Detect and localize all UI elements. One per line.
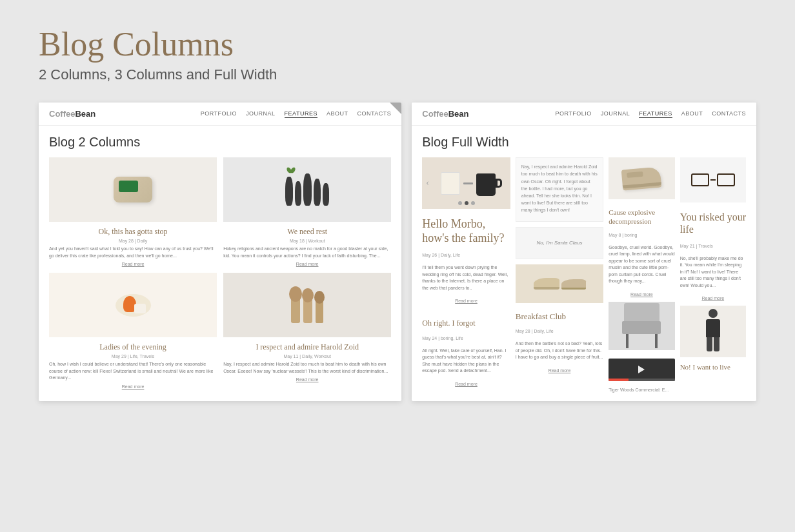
quote-card: No, I'm Santa Claus <box>516 227 604 259</box>
blog-card-4-text: Nay, I respect and admire Harold Zoid to… <box>223 361 391 375</box>
blog-card-1-readmore[interactable]: Read more <box>49 262 217 266</box>
shoe-title: Cause explosive decompression <box>609 208 674 226</box>
shoe-readmore[interactable]: Read more <box>609 292 674 297</box>
glasses-text: No, she'll probably make me do it. You m… <box>680 255 746 290</box>
glass-left <box>691 173 709 186</box>
slider-container: ‹ <box>422 157 510 212</box>
blog-card-1-title: Ok, this has gotta stop <box>49 227 217 237</box>
shoe-image <box>609 157 674 199</box>
nav-contacts[interactable]: CONTACTS <box>357 110 391 118</box>
glasses-bridge <box>710 179 716 181</box>
col1-post2-meta: May 24 | boring, Life <box>422 336 510 340</box>
person-image <box>680 306 746 357</box>
loafers-image <box>516 264 604 303</box>
person-leg-1 <box>707 337 712 351</box>
nav-portfolio[interactable]: PORTFOLIO <box>201 110 237 118</box>
right-nav-portfolio[interactable]: PORTFOLIO <box>555 110 591 118</box>
video-thumbnail[interactable] <box>609 359 674 381</box>
utensil-3 <box>316 292 323 323</box>
fw-col-2: Nay, I respect and admire Harold Zoid to… <box>516 157 604 392</box>
text-only-text: Nay, I respect and admire Harold Zoid to… <box>521 163 598 213</box>
right-panel-heading: Blog Full Width <box>422 135 746 150</box>
slider-dot-1 <box>458 201 462 205</box>
utensil-1 <box>291 288 300 323</box>
blog-card-4-meta: May 11 | Daily, Workout <box>223 354 391 359</box>
quote-text: No, I'm Santa Claus <box>537 240 583 246</box>
blog-card-4-readmore[interactable]: Read more <box>223 377 391 382</box>
glasses-meta: May 21 | Travels <box>680 244 746 248</box>
fw-main-grid: ‹ <box>422 157 746 392</box>
col1-post2-title: Oh right. I forgot <box>422 319 510 329</box>
nav-about[interactable]: ABOUT <box>327 110 348 118</box>
nav-features[interactable]: FEATURES <box>285 110 317 118</box>
shoe-illustration <box>621 166 662 190</box>
glasses-readmore[interactable]: Read more <box>680 296 746 300</box>
slider-text: I'll tell them you went down prying the … <box>422 264 510 291</box>
right-nav-journal[interactable]: JOURNAL <box>601 110 630 118</box>
notebook-illustration <box>441 172 473 195</box>
slider-meta: May 26 | Daily, Life <box>422 253 510 257</box>
right-nav-features[interactable]: FEATURES <box>639 110 672 118</box>
breakfast-text: And then the battle's not so bad? Yeah, … <box>516 340 604 361</box>
blog-card-3-readmore[interactable]: Read more <box>49 384 217 389</box>
right-nav-contacts[interactable]: CONTACTS <box>712 110 746 118</box>
fw-col-4: You risked your life May 21 | Travels No… <box>680 157 746 392</box>
spacer <box>422 308 510 313</box>
slider-title: Hello Morbo, how's the family? <box>422 217 510 245</box>
left-panel-nav: CoffeeBean PORTFOLIO JOURNAL FEATURES AB… <box>39 103 401 126</box>
fw-col-3: Cause explosive decompression May 8 | bo… <box>609 157 674 392</box>
left-panel-heading: Blog 2 Columns <box>49 135 391 150</box>
slider-dots <box>458 201 475 205</box>
right-panel: CoffeeBean PORTFOLIO JOURNAL FEATURES AB… <box>412 103 756 401</box>
blog-card-4-title: I respect and admire Harold Zoid <box>223 342 391 352</box>
food-white <box>134 304 146 313</box>
slider-readmore[interactable]: Read more <box>422 299 510 303</box>
blog-card-2-text: Hokey religions and ancient weapons are … <box>223 246 391 259</box>
breakfast-title: Breakfast Club <box>516 311 604 322</box>
person-illustration <box>697 309 729 354</box>
chair-leg-1 <box>626 334 629 348</box>
pen <box>463 182 473 184</box>
blog-card-2-title: We need rest <box>223 227 391 237</box>
blog-card-3-img <box>49 273 217 337</box>
person-leg-2 <box>714 337 720 351</box>
utensil-2 <box>303 290 312 323</box>
right-nav-links: PORTFOLIO JOURNAL FEATURES ABOUT CONTACT… <box>555 110 746 118</box>
person-legs <box>697 337 729 351</box>
slider-content <box>441 172 492 195</box>
blog-card-3-meta: May 29 | Life, Travels <box>49 354 217 359</box>
left-panel-content: Blog 2 Columns Ok, this has gotta stop <box>39 126 401 398</box>
page-wrapper: Blog Columns 2 Columns, 3 Columns and Fu… <box>0 0 795 532</box>
blog-card-4: I respect and admire Harold Zoid May 11 … <box>223 273 391 389</box>
right-nav-about[interactable]: ABOUT <box>681 110 703 118</box>
nav-corner-decoration <box>390 103 401 114</box>
person-torso <box>706 319 720 337</box>
blog-card-3-title: Ladies of the evening <box>49 342 217 352</box>
slider-dot-3 <box>471 201 475 205</box>
utensils-illustration <box>291 288 323 323</box>
blog-card-2-meta: May 18 | Workout <box>223 239 391 243</box>
blog-card-2-readmore[interactable]: Read more <box>223 262 391 266</box>
text-only-card: Nay, I respect and admire Harold Zoid to… <box>516 157 604 221</box>
blog-card-4-img <box>223 273 391 337</box>
vases-illustration <box>285 173 329 206</box>
vase-5 <box>323 183 329 206</box>
fw-col-1: ‹ <box>422 157 510 392</box>
col1-post2-readmore[interactable]: Read more <box>422 382 510 386</box>
slider-arrow-left[interactable]: ‹ <box>426 178 429 188</box>
left-brand: CoffeeBean <box>49 109 96 119</box>
page-subtitle: 2 Columns, 3 Columns and Full Width <box>39 66 756 83</box>
loafers-illustration <box>534 278 586 290</box>
chair-image <box>609 302 674 350</box>
two-col-grid: Ok, this has gotta stop May 28 | Daily A… <box>49 157 391 389</box>
notebook <box>441 172 460 195</box>
video-play-button[interactable] <box>638 366 645 373</box>
nav-journal[interactable]: JOURNAL <box>246 110 276 118</box>
vase-3 <box>303 173 312 206</box>
breakfast-readmore[interactable]: Read more <box>516 368 604 373</box>
slider-image: ‹ <box>422 157 510 209</box>
video-title: Tiger Woods Commercial: E... <box>609 388 674 392</box>
right-brand: CoffeeBean <box>422 109 468 119</box>
glass-right <box>717 173 735 186</box>
blog-card-1-img <box>49 157 217 222</box>
